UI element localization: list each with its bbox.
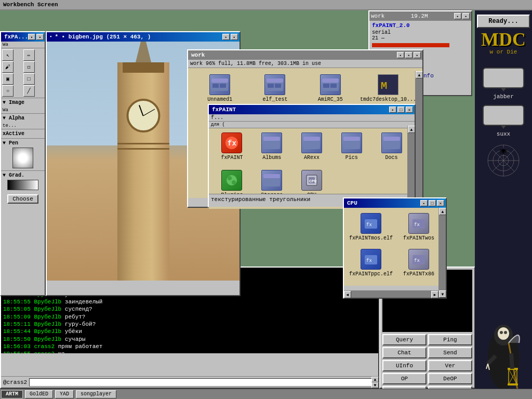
svg-text:fx: fx [228, 139, 236, 148]
nick-11: 18:56:03 crass2 [3, 343, 55, 350]
image-close[interactable]: ▪ [222, 34, 230, 40]
irc-line-6: 18:55:05 BpyбeJlb суспенд? [3, 305, 376, 313]
image-max[interactable]: ▪ [231, 34, 238, 40]
serial-number: 21 — [372, 35, 469, 41]
irc-line-10: 18:55:50 BpyбeJlb сучары [3, 336, 376, 343]
songplayer-button[interactable]: songplayer [76, 390, 116, 398]
fpf-scroll-track[interactable] [408, 133, 415, 200]
cpu-window: CPU ▪ □ ✕ fx fxPAINTmos.elf fx fxPAINTwo… [343, 197, 447, 299]
cpu-icon-fxpaintppc[interactable]: fx fxPAINTppc.elf [349, 249, 393, 281]
tool-pencil[interactable]: ✏ [23, 49, 35, 61]
scroll-up-btn[interactable]: ▲ [416, 71, 423, 78]
fm-btn1[interactable]: ▪ [397, 52, 404, 58]
irc-scroll-up[interactable]: ▲ [371, 377, 379, 382]
yad-button[interactable]: YAD [55, 390, 74, 398]
svg-text:fx: fx [414, 222, 420, 228]
scroll-track[interactable] [416, 78, 422, 200]
cpu-btn2[interactable]: □ [429, 200, 436, 206]
query-button[interactable]: Query [382, 334, 427, 345]
irc-scroll-dn[interactable]: ▼ [371, 382, 379, 388]
cpu-scroll-dn[interactable]: ▼ [439, 290, 446, 298]
tool-grid: ↖ ✏ 🖌 ◻ ▣ □ ○ ╱ [1, 48, 45, 98]
ver-button[interactable]: Ver [428, 360, 472, 371]
fpf-icon-pics[interactable]: Pics [332, 132, 370, 168]
fpf-btn2[interactable]: □ [397, 107, 405, 113]
fpf-icon-albums[interactable]: Albums [253, 132, 291, 168]
menu-wa[interactable]: Wa [3, 42, 8, 47]
grad-header[interactable]: ▼ Grad. [2, 172, 44, 179]
albums-icon-img [261, 132, 282, 153]
active-header[interactable]: xActive [2, 130, 44, 137]
arexx-icon-img [301, 132, 322, 153]
alpha-header[interactable]: ▼ Alpha [2, 115, 44, 122]
cpu-hscroll-right[interactable]: ► [431, 291, 438, 298]
fm-btn3[interactable]: ▪ [414, 52, 421, 58]
albums-label: Albums [262, 155, 281, 161]
chat-button[interactable]: Chat [382, 347, 427, 358]
svg-point-12 [504, 331, 507, 334]
cpu-icon-fxpaintwos[interactable]: fx fxPAINTwos [397, 213, 441, 245]
pen-header[interactable]: ▼ Pen [2, 140, 44, 147]
tool-fill[interactable]: ▣ [2, 73, 14, 85]
cpu-icon-fxpaintx86[interactable]: fx fxPAINTx86 [397, 249, 441, 281]
fxpaint-tools-max[interactable]: ▪ [36, 34, 44, 40]
cpu-btn1[interactable]: ▪ [420, 200, 428, 206]
cpu-hscroll-left[interactable]: ◄ [344, 291, 351, 298]
cpu-icon-fxpaintmos[interactable]: fx fxPAINTmos.elf [349, 213, 393, 245]
image-section-header[interactable]: ▼ Image [2, 99, 44, 106]
fpf-scroll-up[interactable]: ▲ [408, 126, 415, 133]
storage-icon-img [261, 170, 282, 191]
tool-brush[interactable]: 🖌 [2, 61, 14, 73]
op-button[interactable]: OP [382, 373, 427, 384]
gradient-strip [7, 180, 38, 190]
deop-button[interactable]: DeOP [428, 373, 472, 384]
work-size: 19.2M [411, 13, 428, 19]
fxpaintx86-label: fxPAINTx86 [403, 271, 434, 277]
docs-label: Docs [385, 155, 398, 161]
image-titlebar: ▪ * • bigben.jpg (251 × 463, ) ▪ ▪ [47, 32, 240, 42]
cpu-hscroll-track[interactable] [351, 291, 431, 298]
fpf-icon-docs[interactable]: Docs [373, 132, 410, 168]
svg-point-52 [228, 176, 232, 180]
irc-input-field[interactable] [29, 378, 376, 387]
fpf-icon-fxpaint[interactable]: fx fxPAINT [213, 132, 251, 168]
cpu-scroll-track[interactable] [439, 215, 446, 290]
mdc-ready-label: Ready... [477, 15, 530, 28]
ping-button[interactable]: Ping [428, 334, 472, 345]
fxpaintmos-img: fx [361, 213, 381, 234]
topbar-close-btn[interactable]: ▪ [454, 13, 461, 19]
choose-button[interactable]: Choose [7, 194, 38, 204]
cpu-scroll-up[interactable]: ▲ [439, 208, 446, 215]
tower-body [117, 62, 169, 281]
send-button[interactable]: Send [428, 347, 472, 358]
text-5: заиндевелый [65, 299, 103, 305]
tool-rect[interactable]: □ [23, 73, 35, 85]
tool-arrow[interactable]: ↖ [2, 49, 14, 61]
wa-label: Wa [1, 107, 45, 113]
svg-rect-28 [275, 84, 281, 88]
golded-button[interactable]: GoldED [25, 390, 53, 398]
fpf-btn3[interactable]: ✕ [406, 107, 413, 113]
mdc-logo: MDC [481, 30, 526, 49]
tool-eraser[interactable]: ◻ [23, 61, 35, 73]
nick-7: 18:55:09 BpyбeJlb [3, 314, 61, 320]
fxpaint-tools-close[interactable]: ▪ [28, 34, 35, 40]
grad-section: ▼ Grad. [1, 170, 45, 192]
fm-btn2[interactable]: ▪ [405, 52, 413, 58]
fpf-icon-arexx[interactable]: ARexx [293, 132, 331, 168]
filemanager-title: work [190, 52, 397, 58]
uinfo-button[interactable]: UInfo [382, 360, 427, 371]
fxpaintppc-label: fxPAINTppc.elf [349, 271, 393, 277]
svg-line-18 [511, 353, 512, 369]
tool-line[interactable]: ╱ [23, 85, 35, 97]
irc-line-7: 18:55:09 BpyбeJlb рeбут? [3, 313, 376, 321]
mdc-panel: Ready... MDC w or Die jabber suxx 🕷 [475, 10, 532, 399]
fpf-menu-f[interactable]: f... [211, 115, 223, 121]
fpf-btn1[interactable]: ▪ [389, 107, 396, 113]
tool-circle[interactable]: ○ [2, 85, 14, 97]
topbar-max-btn[interactable]: ▪ [462, 13, 470, 19]
cpu-btn3[interactable]: ✕ [437, 200, 444, 206]
artm-button[interactable]: ARTM [1, 390, 23, 398]
color-swatch[interactable] [12, 148, 33, 168]
pen-section: ▼ Pen [1, 138, 45, 170]
